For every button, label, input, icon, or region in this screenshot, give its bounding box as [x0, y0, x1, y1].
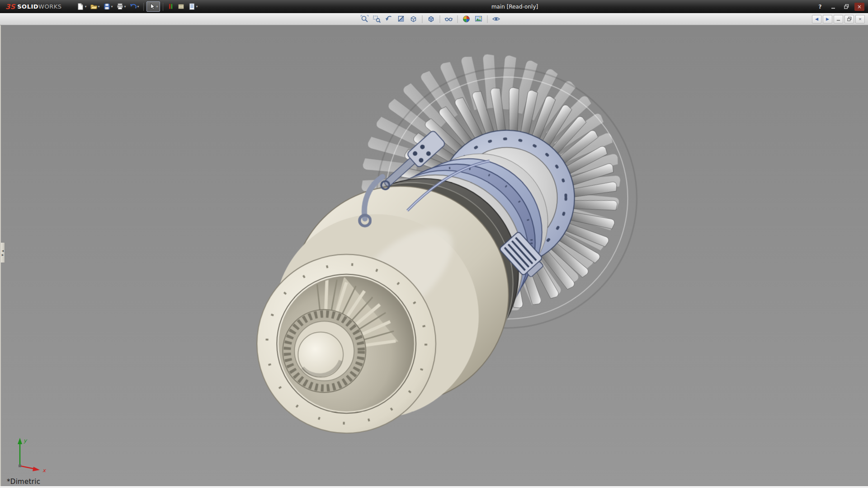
previous-view-icon	[385, 15, 393, 23]
view-settings-button[interactable]	[491, 14, 502, 24]
solidworks-logo: 3S SOLIDWORKS	[0, 0, 67, 13]
triad-x-label: x	[42, 467, 47, 474]
open-dropdown[interactable]: ▾	[98, 5, 100, 9]
display-style-button[interactable]	[426, 14, 437, 24]
triad-y-label: y	[24, 437, 28, 444]
status-bar-sliver	[0, 486, 868, 488]
view-orientation-icon	[410, 15, 418, 23]
feature-manager-splitter-tab[interactable]: ◀ ▶	[1, 242, 5, 263]
hud-separator	[487, 15, 488, 23]
doc-minimize-button[interactable]	[834, 15, 843, 23]
properties-button[interactable]	[176, 1, 186, 12]
selection-filter-button[interactable]	[166, 1, 175, 12]
help-button[interactable]: ?	[815, 3, 825, 11]
reference-triad: y x	[6, 433, 52, 476]
turbine-engine-model[interactable]	[1, 25, 868, 486]
graphics-viewport[interactable]: ◀ ▶ y x *Dimetric	[0, 25, 868, 486]
undo-button[interactable]: ▾	[128, 1, 141, 12]
options-sheet-button[interactable]: ▾	[187, 1, 199, 12]
spline-gear-hub	[283, 310, 366, 393]
zoom-to-area-icon	[373, 15, 381, 23]
apply-scene-icon	[475, 15, 483, 23]
minimize-button[interactable]	[828, 3, 838, 11]
section-view-button[interactable]	[396, 14, 407, 24]
new-document-icon	[76, 3, 84, 10]
heads-up-view-toolbar	[359, 14, 502, 24]
toolbar-separator	[143, 3, 144, 11]
splitter-arrow-left-icon: ◀	[2, 249, 4, 252]
options-dropdown[interactable]: ▾	[196, 5, 198, 9]
title-bar: 3S SOLIDWORKS ▾ ▾ ▾	[0, 0, 868, 13]
edit-appearance-button[interactable]	[461, 14, 472, 24]
open-icon	[90, 3, 98, 10]
toolbar-separator	[163, 3, 163, 11]
window-controls: ? ×	[815, 3, 868, 11]
new-document-button[interactable]: ▾	[75, 1, 88, 12]
app-name: SOLIDWORKS	[17, 3, 61, 10]
triad-x-arrow	[33, 467, 40, 471]
undo-dropdown[interactable]: ▾	[137, 5, 139, 9]
main-toolbar: ▾ ▾ ▾ ▾	[75, 0, 199, 13]
solidworks-logo-icon: 3S	[5, 3, 15, 11]
save-icon	[103, 3, 111, 10]
zoom-to-fit-button[interactable]	[359, 14, 370, 24]
new-document-dropdown[interactable]: ▾	[85, 5, 86, 9]
restore-button[interactable]	[841, 3, 851, 11]
apply-scene-button[interactable]	[473, 14, 484, 24]
view-orientation-button[interactable]	[408, 14, 419, 24]
select-dropdown[interactable]: ▾	[156, 5, 158, 9]
view-orientation-label: *Dimetric	[7, 478, 40, 486]
view-toolbar-row: ◀ ▶ ×	[0, 13, 868, 25]
section-view-icon	[397, 15, 406, 23]
hud-separator	[440, 15, 440, 23]
hide-show-items-button[interactable]	[443, 14, 454, 24]
previous-view-button[interactable]	[384, 14, 395, 24]
view-settings-icon	[492, 15, 500, 23]
minimize-icon	[831, 5, 835, 9]
undo-icon	[129, 3, 137, 10]
hud-separator	[422, 15, 423, 23]
options-sheet-icon	[188, 3, 196, 10]
doc-close-button[interactable]: ×	[855, 15, 865, 23]
save-dropdown[interactable]: ▾	[111, 5, 113, 9]
pane-left-button[interactable]: ◀	[812, 15, 821, 23]
save-button[interactable]: ▾	[102, 1, 114, 12]
document-window-controls: ◀ ▶ ×	[812, 15, 868, 23]
edit-appearance-icon	[462, 15, 471, 23]
doc-restore-button[interactable]	[844, 15, 854, 23]
pane-right-button[interactable]: ▶	[823, 15, 832, 23]
zoom-to-area-button[interactable]	[372, 14, 382, 24]
select-tool-button[interactable]: ▾	[146, 1, 160, 12]
print-icon	[116, 3, 124, 10]
splitter-arrow-right-icon: ▶	[2, 253, 4, 256]
doc-restore-icon	[847, 17, 852, 21]
document-title: main [Read-only]	[491, 4, 538, 10]
selection-filter-icon	[167, 3, 174, 10]
open-button[interactable]: ▾	[89, 1, 101, 12]
hud-separator	[458, 15, 458, 23]
display-style-icon	[427, 15, 435, 23]
print-dropdown[interactable]: ▾	[124, 5, 126, 9]
select-cursor-icon	[148, 3, 156, 10]
close-button[interactable]: ×	[854, 3, 864, 11]
hide-show-items-icon	[445, 15, 453, 23]
properties-box-icon	[177, 3, 185, 10]
zoom-to-fit-icon	[361, 15, 369, 23]
print-button[interactable]: ▾	[115, 1, 127, 12]
triad-y-arrow	[18, 438, 22, 444]
restore-icon	[844, 4, 849, 9]
doc-minimize-icon	[836, 17, 840, 21]
